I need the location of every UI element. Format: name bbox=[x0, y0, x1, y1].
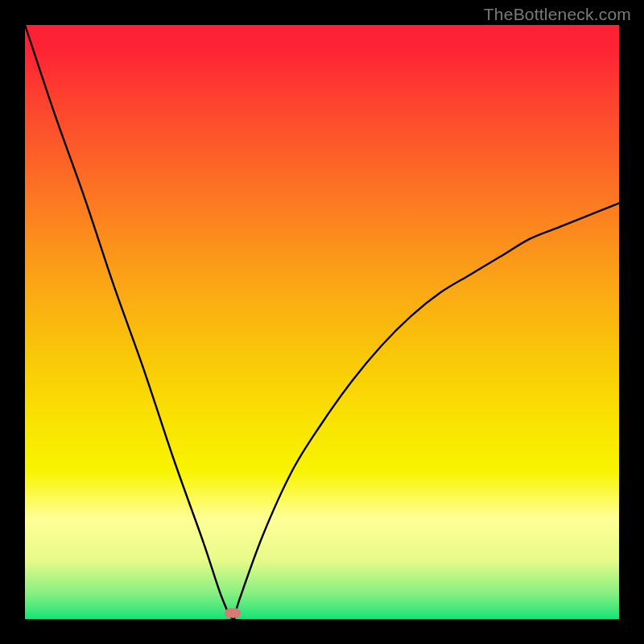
watermark-label: TheBottleneck.com bbox=[484, 5, 631, 24]
minimum-marker bbox=[225, 609, 241, 618]
chart-svg bbox=[25, 25, 619, 619]
plot-area bbox=[25, 25, 619, 619]
chart-frame: TheBottleneck.com bbox=[0, 0, 644, 644]
bottleneck-curve bbox=[25, 25, 619, 619]
